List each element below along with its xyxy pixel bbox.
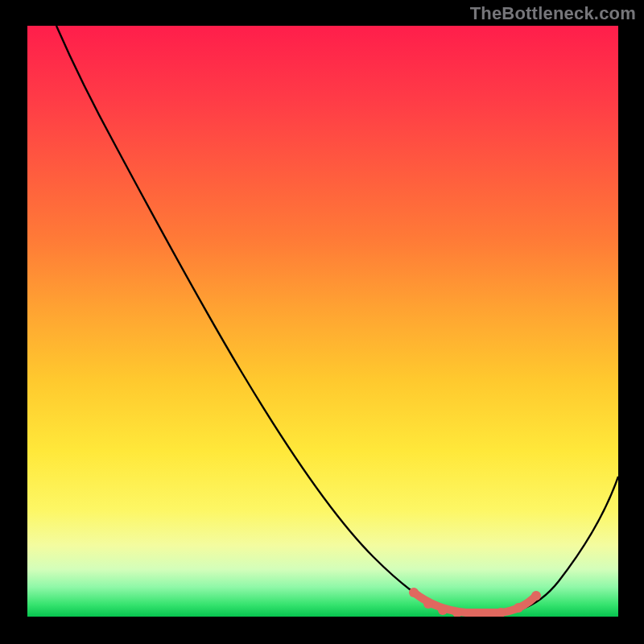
curve-path <box>56 26 618 614</box>
marker-dot <box>409 588 419 597</box>
plot-area <box>27 26 618 617</box>
marker-dot <box>514 603 523 613</box>
bottleneck-curve <box>27 26 618 617</box>
watermark-text: TheBottleneck.com <box>470 3 636 24</box>
marker-dot <box>438 605 448 615</box>
chart-frame: TheBottleneck.com <box>0 0 644 644</box>
marker-dot <box>423 599 433 609</box>
marker-dot <box>531 591 541 601</box>
